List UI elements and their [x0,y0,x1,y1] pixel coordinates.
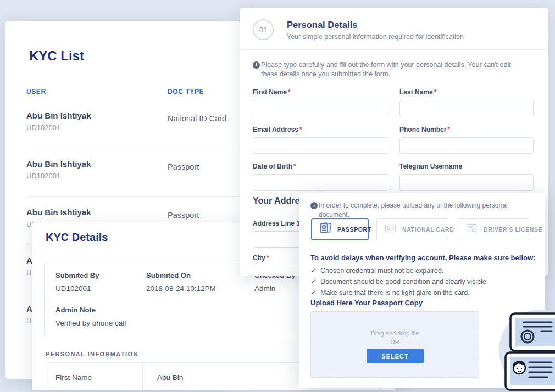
upload-notice: i In order to complete, please upload an… [310,201,536,220]
required-asterisk: * [299,126,302,133]
required-asterisk: * [293,163,296,170]
step-number-badge: 01 [253,19,274,40]
checklist-item: ✓Chosen credential must not be expaired. [310,267,444,275]
field-label: Last Name [399,88,433,96]
kyc-list-row[interactable]: Abu Bin Ishtiyak UD102001 Passport [26,148,240,197]
required-asterisk: * [267,254,269,262]
checklist-item: ✓Document should be good condition and c… [310,278,488,285]
user-id: UD102001 [26,124,60,132]
doc-option-drivers-license[interactable]: DRIVER'S LICENSE [458,218,530,240]
user-name: Abu Bin Ishtiyak [26,208,91,217]
doc-type: National ID Card [168,114,226,123]
required-asterisk: * [288,88,291,96]
required-asterisk: * [434,88,437,96]
phone-number-input[interactable] [399,137,534,154]
table-row-label: First Name [56,373,92,382]
id-card-graphic [506,352,555,390]
id-cards-illustration [495,307,555,392]
admin-note-label: Admin Note [56,306,96,314]
doc-option-national-card[interactable]: NATIONAL CARD [376,218,448,240]
field-email-address: Email Address* [253,126,389,154]
check-icon: ✓ [310,267,316,275]
kyc-details-title: KYC Details [46,231,108,244]
kyc-admin-screen: KYC List USER DOC TYPE Abu Bin Ishtiyak … [0,0,555,392]
personal-details-subtitle: Your simple personal information require… [287,33,464,41]
first-name-input[interactable] [253,100,389,116]
table-row-value: Abu Bin [157,373,183,382]
user-name: Abu Bin Ishtiyak [26,159,91,169]
personal-information-heading: PERSONAL INFORMATION [46,351,138,357]
table-column-divider [142,363,143,390]
field-first-name: First Name* [253,88,389,116]
select-file-button[interactable]: SELECT [367,349,424,363]
verification-warning-heading: To avoid delays when verifying account, … [310,254,535,262]
submitted-on-label: Submited On [146,271,191,279]
doc-option-label: NATIONAL CARD [402,226,454,233]
last-name-input[interactable] [399,100,534,116]
kyc-list-row[interactable]: Abu Bin Ishtiyak UD102001 National ID Ca… [26,99,240,148]
field-label: Phone Number [399,126,446,133]
check-icon: ✓ [310,278,316,285]
user-id: UD102001 [26,172,60,180]
user-name: Abu Bin Ishtiyak [26,111,91,120]
admin-note-value: Verified by phone call [56,319,126,327]
checklist-item: ✓Make sure that there is no light glare … [310,289,470,296]
submitted-by-value: UD102001 [56,284,91,293]
info-icon: i [253,61,260,69]
field-date-of-birth: Date of Birth* [253,163,389,191]
field-label: Date of Birth [253,163,292,170]
field-label: City [253,254,265,262]
checked-by-value: Admin [254,284,275,293]
file-dropzone[interactable]: Drag and drop file OR SELECT [310,311,479,378]
submitted-by-label: Submited By [56,271,99,279]
submitted-on-value: 2018-08-24 10:12PM [146,284,216,293]
passport-card-graphic [510,313,555,351]
required-asterisk: * [447,126,450,133]
passport-icon [319,221,332,237]
form-notice: i Please type carefully and fill out the… [253,60,523,79]
column-header-user: USER [26,88,46,96]
field-label: Address Line 1 [253,220,300,227]
check-icon: ✓ [310,289,316,296]
doc-type: Passport [168,163,199,171]
doc-option-passport[interactable]: PASSPORT [311,218,369,240]
doc-option-label: PASSPORT [337,226,371,233]
drivers-license-icon [465,221,479,237]
upload-heading: Upload Here Your Passport Copy [310,299,423,307]
field-label: First Name [253,88,287,96]
column-header-doc-type: DOC TYPE [168,88,204,96]
dropzone-hint: Drag and drop file [311,330,479,337]
dropzone-or: OR [311,339,479,345]
kyc-list-title: KYC List [29,48,84,64]
personal-details-title: Personal Details [287,20,357,30]
doc-type: Passport [168,211,199,220]
field-telegram-username: Telegram Username [399,163,534,191]
field-phone-number: Phone Number* [399,126,534,154]
email-address-input[interactable] [253,137,389,154]
national-card-icon [384,221,397,237]
field-label: Email Address [253,126,298,133]
telegram-username-input[interactable] [399,174,534,191]
doc-option-label: DRIVER'S LICENSE [484,226,542,233]
field-label: Telegram Username [399,163,462,170]
divider [240,49,548,50]
date-of-birth-input[interactable] [253,174,389,191]
avatar [513,361,525,374]
field-last-name: Last Name* [399,88,534,116]
info-icon: i [310,202,318,209]
